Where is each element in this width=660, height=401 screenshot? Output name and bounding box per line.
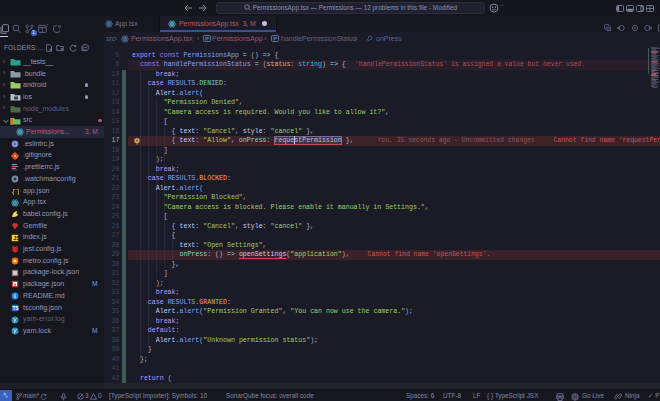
svg-text:TS: TS <box>13 306 19 311</box>
svg-text:JS: JS <box>13 235 19 241</box>
svg-text:{}: {} <box>11 187 19 195</box>
